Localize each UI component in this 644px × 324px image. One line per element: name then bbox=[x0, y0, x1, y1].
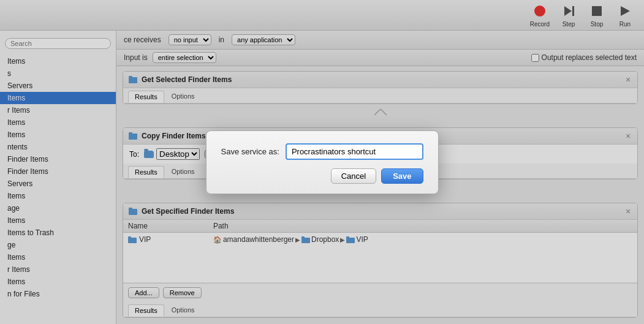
dialog-buttons: Cancel Save bbox=[221, 168, 423, 184]
save-button[interactable]: Save bbox=[381, 168, 423, 184]
dialog-overlay: Save service as: Cancel Save bbox=[0, 0, 644, 324]
dialog-row: Save service as: bbox=[221, 143, 423, 160]
save-dialog: Save service as: Cancel Save bbox=[206, 130, 439, 194]
dialog-input[interactable] bbox=[286, 143, 423, 160]
dialog-label: Save service as: bbox=[221, 147, 279, 156]
cancel-button[interactable]: Cancel bbox=[331, 168, 376, 184]
